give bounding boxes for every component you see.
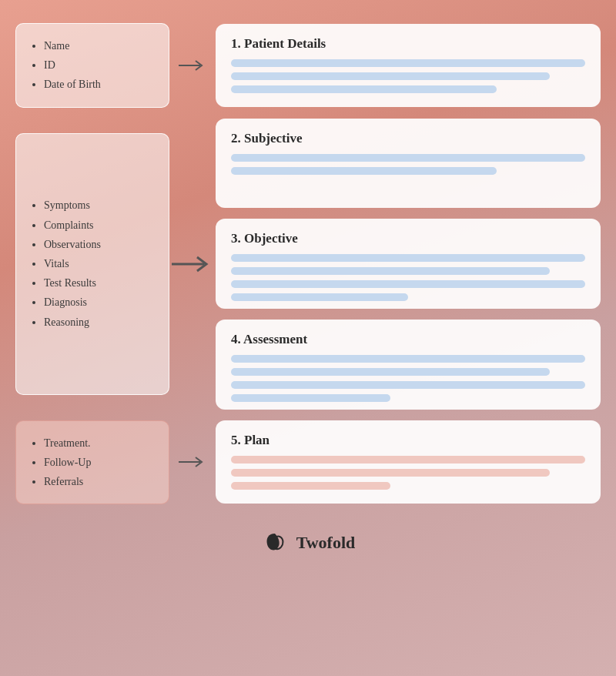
arrow-3 (169, 454, 216, 470)
line-bar (231, 381, 585, 389)
line-bar (231, 293, 408, 301)
assessment-title: 4. Assessment (231, 332, 585, 347)
line-bar (231, 85, 497, 93)
clinical-input-box: Symptoms Complaints Observations Vitals … (15, 133, 169, 395)
reasoning-item: Reasoning (44, 313, 101, 332)
line-bar (231, 456, 585, 463)
subjective-title: 2. Subjective (231, 131, 585, 146)
middle-right-area: 2. Subjective 3. Objective 4. Assessme (216, 119, 601, 410)
patient-details-lines (231, 59, 585, 93)
plan-input-box: Treatment. Follow-Up Referrals (15, 420, 169, 505)
line-bar (231, 167, 497, 175)
brand-logo-icon (261, 529, 289, 557)
line-bar (231, 355, 585, 363)
assessment-lines (231, 355, 585, 402)
patient-id-item: ID (44, 55, 155, 75)
brand-name: Twofold (296, 533, 356, 553)
main-layout: Name ID Date of Birth 1. Patient Details (15, 23, 601, 515)
diagnosis-item: Diagnosis (44, 293, 101, 312)
patient-details-row: Name ID Date of Birth 1. Patient Details (15, 23, 601, 108)
arrow-1 (169, 58, 216, 73)
line-bar (231, 72, 550, 80)
line-bar (231, 280, 585, 288)
line-bar (231, 59, 585, 67)
assessment-card: 4. Assessment (216, 320, 601, 410)
plan-lines (231, 456, 585, 490)
plan-card: 5. Plan (216, 420, 601, 504)
observations-item: Observations (44, 235, 101, 254)
referrals-item: Referrals (44, 472, 155, 491)
patient-dob-item: Date of Birth (44, 75, 155, 94)
line-bar (231, 482, 390, 490)
objective-card: 3. Objective (216, 219, 601, 309)
symptoms-item: Symptoms (44, 196, 101, 215)
objective-lines (231, 254, 585, 301)
arrow-2 (169, 119, 216, 410)
followup-item: Follow-Up (44, 453, 155, 472)
subjective-lines (231, 154, 585, 175)
brand-footer: Twofold (261, 529, 356, 557)
middle-left-area: Symptoms Complaints Observations Vitals … (15, 119, 169, 410)
test-results-item: Test Results (44, 273, 101, 293)
patient-input-box: Name ID Date of Birth (15, 23, 169, 108)
treatment-item: Treatment. (44, 433, 155, 453)
middle-section: Symptoms Complaints Observations Vitals … (15, 119, 601, 410)
line-bar (231, 394, 390, 402)
patient-details-title: 1. Patient Details (231, 36, 585, 52)
plan-title: 5. Plan (231, 433, 585, 448)
line-bar (231, 254, 585, 262)
objective-title: 3. Objective (231, 231, 585, 246)
patient-name-item: Name (44, 36, 155, 55)
vitals-item: Vitals (44, 254, 101, 273)
line-bar (231, 368, 550, 376)
patient-details-card: 1. Patient Details (216, 24, 601, 107)
plan-row: Treatment. Follow-Up Referrals 5. Plan (15, 420, 601, 505)
subjective-card: 2. Subjective (216, 119, 601, 209)
line-bar (231, 267, 550, 275)
line-bar (231, 469, 550, 477)
line-bar (231, 154, 585, 162)
complaints-item: Complaints (44, 216, 101, 235)
